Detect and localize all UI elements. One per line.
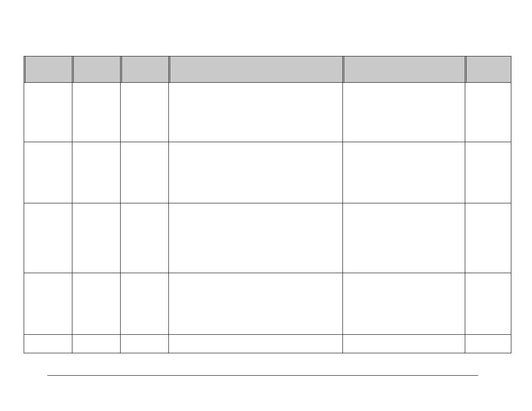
table-cell bbox=[168, 83, 343, 142]
table-row bbox=[24, 142, 511, 203]
table-cell bbox=[465, 83, 511, 142]
table-cell bbox=[72, 335, 120, 353]
table-header-cell bbox=[168, 56, 343, 83]
table-cell bbox=[120, 142, 168, 203]
table-cell bbox=[72, 203, 120, 273]
table-cell bbox=[465, 203, 511, 273]
table-cell bbox=[343, 335, 465, 353]
table-cell bbox=[343, 83, 465, 142]
table-cell bbox=[72, 83, 120, 142]
horizontal-rule bbox=[47, 375, 478, 376]
table-cell bbox=[120, 203, 168, 273]
table-cell bbox=[24, 203, 72, 273]
table-cell bbox=[120, 273, 168, 335]
table-cell bbox=[343, 203, 465, 273]
table-header-row bbox=[24, 56, 511, 83]
table-row bbox=[24, 83, 511, 142]
table-cell bbox=[72, 142, 120, 203]
table-header-cell bbox=[465, 56, 511, 83]
table-cell bbox=[120, 83, 168, 142]
table-row bbox=[24, 335, 511, 353]
table-header-cell bbox=[24, 56, 72, 83]
table-row bbox=[24, 203, 511, 273]
main-table bbox=[24, 56, 511, 353]
table-cell bbox=[24, 273, 72, 335]
table-cell bbox=[465, 335, 511, 353]
table-cell bbox=[343, 273, 465, 335]
table-cell bbox=[168, 273, 343, 335]
table-cell bbox=[24, 335, 72, 353]
table-cell bbox=[168, 203, 343, 273]
table-header-cell bbox=[120, 56, 168, 83]
table-cell bbox=[465, 273, 511, 335]
table-cell bbox=[343, 142, 465, 203]
table-cell bbox=[72, 273, 120, 335]
table-header-cell bbox=[72, 56, 120, 83]
table-cell bbox=[120, 335, 168, 353]
table-row bbox=[24, 273, 511, 335]
table-header-cell bbox=[343, 56, 465, 83]
table-cell bbox=[168, 142, 343, 203]
table-cell bbox=[465, 142, 511, 203]
table-cell bbox=[168, 335, 343, 353]
table-cell bbox=[24, 142, 72, 203]
table-cell bbox=[24, 83, 72, 142]
